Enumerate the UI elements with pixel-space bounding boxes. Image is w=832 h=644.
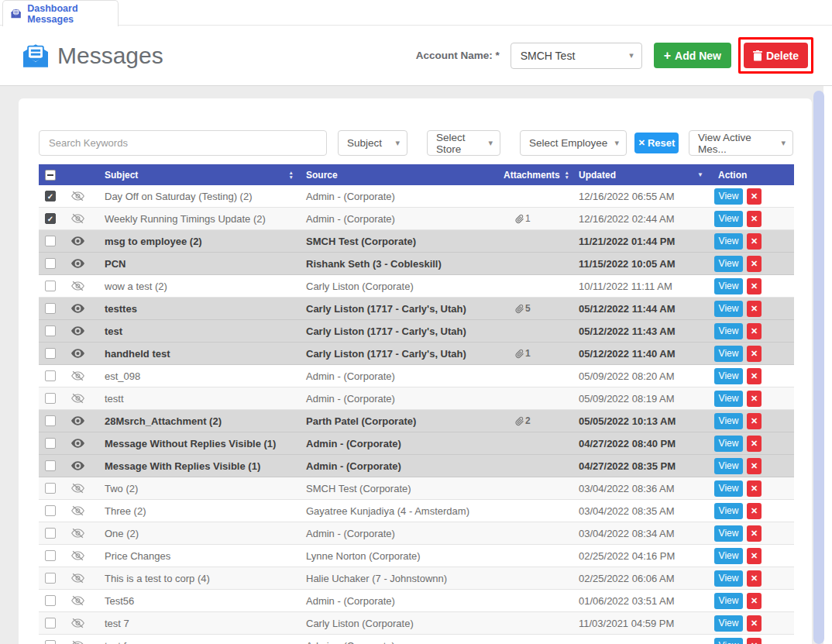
tab-dashboard-messages[interactable]: Dashboard Messages [2,0,119,26]
employee-filter-select[interactable]: Select Employee ▾ [520,130,627,156]
view-button[interactable]: View [714,256,743,272]
view-button[interactable]: View [714,525,743,542]
view-button[interactable]: View [714,188,743,205]
row-checkbox[interactable] [45,618,56,629]
visibility-cell [62,595,93,606]
view-button[interactable]: View [714,480,743,497]
eye-off-icon [71,483,84,494]
message-subject: Three (2) [93,505,298,517]
message-subject: One (2) [93,528,298,539]
row-checkbox[interactable] [45,258,56,269]
delete-button[interactable]: Delete [744,43,808,68]
row-checkbox[interactable] [45,348,56,359]
row-delete-button[interactable]: ✕ [747,548,762,564]
view-button[interactable]: View [714,278,743,294]
row-checkbox[interactable] [45,393,56,404]
row-delete-button[interactable]: ✕ [747,570,762,587]
row-delete-button[interactable]: ✕ [747,211,762,227]
row-checkbox[interactable]: ✓ [45,213,56,224]
view-button[interactable]: View [714,638,743,644]
view-button[interactable]: View [714,368,743,384]
column-header-updated[interactable]: Updated ▼ [571,164,707,185]
row-delete-button[interactable]: ✕ [747,301,762,317]
message-subject: Two (2) [93,483,298,494]
row-delete-button[interactable]: ✕ [747,458,762,474]
row-checkbox[interactable] [45,483,56,494]
view-button[interactable]: View [714,436,743,452]
search-input[interactable] [39,130,327,156]
row-delete-button[interactable]: ✕ [747,368,762,384]
row-delete-button[interactable]: ✕ [747,346,762,362]
view-active-messages-select[interactable]: View Active Mes... ▾ [689,130,793,156]
row-delete-button[interactable]: ✕ [747,413,762,429]
message-updated: 02/25/2022 06:06 AM [571,573,707,584]
row-delete-button[interactable]: ✕ [747,436,762,452]
store-filter-select[interactable]: Select Store ▾ [427,130,500,156]
row-delete-button[interactable]: ✕ [747,233,762,250]
row-checkbox[interactable] [45,281,56,291]
select-all-checkbox[interactable] [45,170,56,181]
view-button[interactable]: View [714,458,743,474]
row-checkbox[interactable] [45,460,56,471]
account-name-select[interactable]: SMCH Test ▾ [511,43,642,69]
view-button[interactable]: View [714,391,743,407]
view-button[interactable]: View [714,570,743,587]
view-button[interactable]: View [714,346,743,362]
view-button[interactable]: View [714,615,743,632]
row-checkbox[interactable]: ✓ [45,191,56,201]
row-checkbox[interactable] [45,550,56,561]
row-checkbox[interactable] [45,595,56,606]
column-header-action: Action [707,164,794,185]
message-subject: test 7 [93,618,298,629]
row-checkbox[interactable] [45,303,56,314]
vertical-scrollbar[interactable] [813,91,824,644]
view-button[interactable]: View [714,503,743,519]
message-updated: 04/27/2022 08:35 PM [571,460,707,472]
message-updated: 01/06/2022 03:51 AM [571,595,707,607]
view-button[interactable]: View [714,413,743,429]
action-cell: View ✕ [707,548,794,564]
row-delete-button[interactable]: ✕ [747,638,762,644]
view-button[interactable]: View [714,301,743,317]
view-button[interactable]: View [714,593,743,609]
row-delete-button[interactable]: ✕ [747,503,762,519]
row-delete-button[interactable]: ✕ [747,323,762,339]
sort-icon[interactable]: ▲▼ [289,170,294,180]
view-button[interactable]: View [714,548,743,564]
page-background: Subject ▾ Select Store ▾ Select Employee… [0,86,823,644]
column-header-source[interactable]: Source [298,164,496,185]
sort-desc-icon[interactable]: ▼ [697,171,703,178]
message-source: Carly Liston (Corporate) [298,618,496,629]
add-new-button[interactable]: + Add New [654,43,731,68]
row-delete-button[interactable]: ✕ [747,480,762,497]
row-checkbox[interactable] [45,573,56,584]
sort-icon[interactable]: ▲▼ [565,170,569,180]
row-checkbox[interactable] [45,325,56,336]
view-button[interactable]: View [714,233,743,250]
row-delete-button[interactable]: ✕ [747,256,762,272]
message-source: Admin - (Corporate) [298,438,496,449]
view-button[interactable]: View [714,323,743,339]
row-delete-button[interactable]: ✕ [747,615,762,632]
row-checkbox[interactable] [45,236,56,246]
visibility-cell [62,393,93,404]
page-title: Messages [57,43,163,69]
row-checkbox[interactable] [45,528,56,539]
row-delete-button[interactable]: ✕ [747,188,762,205]
row-checkbox[interactable] [45,415,56,426]
row-delete-button[interactable]: ✕ [747,391,762,407]
row-checkbox[interactable] [45,370,56,381]
row-checkbox[interactable] [45,505,56,516]
row-checkbox[interactable] [45,640,56,644]
row-delete-button[interactable]: ✕ [747,593,762,609]
subject-filter-select[interactable]: Subject ▾ [338,130,407,156]
row-delete-button[interactable]: ✕ [747,525,762,542]
column-header-subject[interactable]: Subject ▲▼ [93,164,298,185]
message-updated: 05/09/2022 08:19 AM [571,393,707,405]
column-header-attachments[interactable]: Attachments ▲▼ [496,164,571,185]
row-checkbox[interactable] [45,438,56,449]
message-source: Carly Liston (Corporate) [298,281,496,292]
row-delete-button[interactable]: ✕ [747,278,762,294]
view-button[interactable]: View [714,211,743,227]
reset-button[interactable]: ✕ Reset [634,133,679,153]
